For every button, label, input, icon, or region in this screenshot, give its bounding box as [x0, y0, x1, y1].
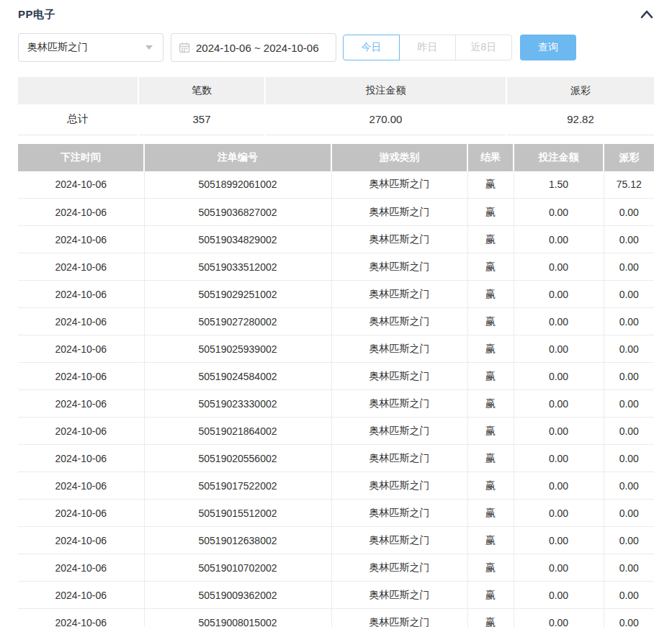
summary-header-empty: [18, 77, 138, 104]
table-cell: 50519023330002: [144, 390, 331, 418]
table-cell: 0.00: [514, 527, 604, 554]
table-cell: 2024-10-06: [18, 527, 144, 554]
table-cell: 奥林匹斯之门: [331, 199, 467, 226]
table-cell: 0.00: [604, 609, 654, 627]
summary-header-row: 笔数 投注金额 派彩: [18, 77, 654, 104]
table-cell: 赢: [467, 390, 514, 418]
table-cell: 2024-10-06: [18, 609, 144, 627]
today-button[interactable]: 今日: [343, 35, 400, 60]
filter-bar: 奥林匹斯之门 2024-10-06 ~ 2024-10-06: [18, 33, 654, 62]
summary-total-payout: 92.82: [506, 104, 654, 135]
table-cell: 奥林匹斯之门: [331, 253, 467, 281]
table-cell: 50519033512002: [144, 253, 331, 281]
table-cell: 赢: [467, 445, 514, 472]
table-row: 2024-10-0650519021864002奥林匹斯之门赢0.000.00: [18, 418, 654, 445]
table-cell: 50519008015002: [144, 609, 331, 627]
table-cell: 奥林匹斯之门: [331, 226, 467, 253]
date-range-input[interactable]: 2024-10-06 ~ 2024-10-06: [171, 33, 336, 62]
summary-header-count: 笔数: [138, 77, 265, 104]
table-cell: 0.00: [514, 390, 604, 418]
header-game-category: 游戏类别: [331, 144, 467, 171]
table-cell: 赢: [467, 609, 514, 627]
table-cell: 50519034829002: [144, 226, 331, 253]
table-cell: 0.00: [514, 335, 604, 363]
summary-table: 笔数 投注金额 派彩 总计 357 270.00 92.82: [18, 77, 654, 135]
table-cell: 赢: [467, 472, 514, 500]
table-cell: 奥林匹斯之门: [331, 527, 467, 554]
table-cell: 0.00: [604, 308, 654, 335]
table-cell: 0.00: [514, 418, 604, 445]
table-cell: 50519017522002: [144, 472, 331, 500]
table-cell: 0.00: [514, 226, 604, 253]
table-cell: 0.00: [514, 363, 604, 390]
table-row: 2024-10-0650519033512002奥林匹斯之门赢0.000.00: [18, 253, 654, 281]
table-cell: 0.00: [514, 500, 604, 527]
caret-down-icon: [145, 45, 153, 50]
table-cell: 50519036827002: [144, 199, 331, 226]
table-cell: 0.00: [604, 226, 654, 253]
table-cell: 赢: [467, 335, 514, 363]
summary-total-bet-amount: 270.00: [265, 104, 506, 135]
table-cell: 0.00: [514, 308, 604, 335]
yesterday-button[interactable]: 昨日: [399, 35, 456, 60]
table-cell: 50518992061002: [144, 171, 331, 199]
table-cell: 0.00: [604, 500, 654, 527]
table-cell: 赢: [467, 226, 514, 253]
query-button[interactable]: 查询: [520, 35, 576, 60]
table-cell: 50519025939002: [144, 335, 331, 363]
table-cell: 0.00: [604, 554, 654, 582]
calendar-icon: [179, 42, 190, 53]
table-cell: 50519009362002: [144, 582, 331, 609]
table-cell: 2024-10-06: [18, 582, 144, 609]
table-row: 2024-10-0650519015512002奥林匹斯之门赢0.000.00: [18, 500, 654, 527]
table-cell: 0.00: [604, 199, 654, 226]
table-cell: 0.00: [514, 554, 604, 582]
header-result: 结果: [467, 144, 514, 171]
summary-total-row: 总计 357 270.00 92.82: [18, 104, 654, 135]
table-cell: 2024-10-06: [18, 199, 144, 226]
table-cell: 奥林匹斯之门: [331, 281, 467, 308]
table-cell: 0.00: [604, 253, 654, 281]
table-cell: 赢: [467, 527, 514, 554]
table-cell: 2024-10-06: [18, 500, 144, 527]
bet-table: 下注时间 注单编号 游戏类别 结果 投注金额 派彩 2024-10-065051…: [18, 144, 654, 627]
table-cell: 50519020556002: [144, 445, 331, 472]
table-cell: 奥林匹斯之门: [331, 445, 467, 472]
table-cell: 赢: [467, 582, 514, 609]
table-cell: 奥林匹斯之门: [331, 335, 467, 363]
table-row: 2024-10-0650519010702002奥林匹斯之门赢0.000.00: [18, 554, 654, 582]
table-cell: 赢: [467, 554, 514, 582]
table-cell: 2024-10-06: [18, 390, 144, 418]
game-select[interactable]: 奥林匹斯之门: [18, 33, 163, 62]
table-cell: 赢: [467, 281, 514, 308]
table-row: 2024-10-0650518992061002奥林匹斯之门赢1.5075.12: [18, 171, 654, 199]
table-cell: 赢: [467, 171, 514, 199]
header-bet-amount: 投注金额: [514, 144, 604, 171]
table-cell: 2024-10-06: [18, 445, 144, 472]
bet-table-body: 2024-10-0650518992061002奥林匹斯之门赢1.5075.12…: [18, 171, 654, 627]
collapse-button[interactable]: [640, 9, 654, 19]
table-cell: 2024-10-06: [18, 335, 144, 363]
page-title: PP电子: [18, 8, 55, 22]
last-8-days-button[interactable]: 近8日: [455, 35, 512, 60]
table-cell: 50519021864002: [144, 418, 331, 445]
table-cell: 50519027280002: [144, 308, 331, 335]
summary-total-label: 总计: [18, 104, 138, 135]
table-cell: 75.12: [604, 171, 654, 199]
table-cell: 0.00: [514, 609, 604, 627]
panel-header: PP电子: [18, 6, 654, 23]
table-cell: 0.00: [514, 582, 604, 609]
table-cell: 0.00: [514, 199, 604, 226]
table-cell: 0.00: [514, 253, 604, 281]
table-row: 2024-10-0650519027280002奥林匹斯之门赢0.000.00: [18, 308, 654, 335]
table-cell: 奥林匹斯之门: [331, 582, 467, 609]
table-cell: 0.00: [604, 527, 654, 554]
table-cell: 2024-10-06: [18, 171, 144, 199]
table-row: 2024-10-0650519023330002奥林匹斯之门赢0.000.00: [18, 390, 654, 418]
table-cell: 50519015512002: [144, 500, 331, 527]
summary-total-count: 357: [138, 104, 265, 135]
table-cell: 1.50: [514, 171, 604, 199]
header-bet-time: 下注时间: [18, 144, 144, 171]
table-cell: 50519010702002: [144, 554, 331, 582]
table-cell: 0.00: [514, 472, 604, 500]
